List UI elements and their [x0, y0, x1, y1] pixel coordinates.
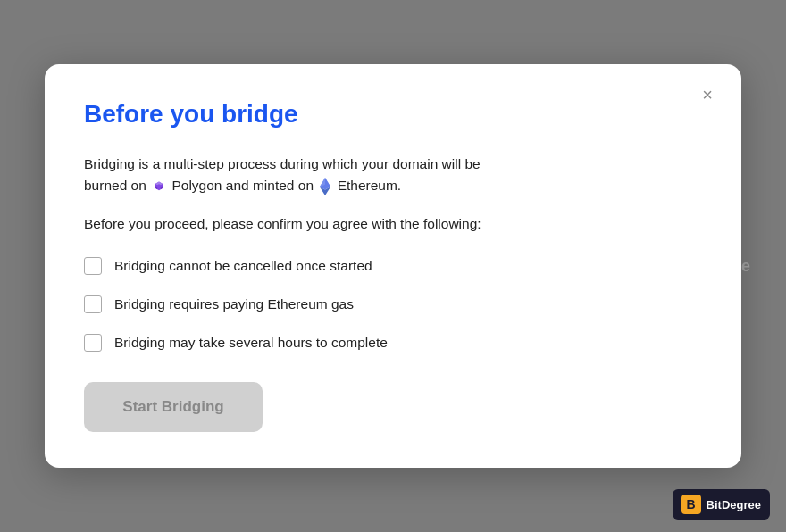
modal-dialog: × Before you bridge Bridging is a multi-…: [45, 64, 741, 469]
intro-end: .: [397, 178, 401, 193]
intro-mid: and minted on: [226, 178, 314, 193]
modal-title: Before you bridge: [84, 100, 702, 129]
checkbox-item-2: Bridging requires paying Ethereum gas: [84, 294, 702, 316]
checkbox-label-3[interactable]: Bridging may take several hours to compl…: [114, 332, 388, 354]
intro-polygon-text: Polygon: [171, 178, 222, 193]
overlay: Ethe × Before you bridge Bridging is a m…: [0, 0, 786, 532]
checkbox-item-1: Bridging cannot be cancelled once starte…: [84, 255, 702, 278]
close-button[interactable]: ×: [695, 82, 720, 107]
checkbox-hours[interactable]: [84, 334, 102, 352]
checkbox-cancel[interactable]: [84, 257, 102, 275]
ethereum-icon: [319, 178, 331, 195]
checkbox-item-3: Bridging may take several hours to compl…: [84, 332, 702, 354]
checkbox-label-1[interactable]: Bridging cannot be cancelled once starte…: [114, 255, 372, 278]
bitdegree-badge: B BitDegree: [673, 489, 770, 520]
intro-text-line1: Bridging is a multi-step process during …: [84, 156, 481, 171]
polygon-icon: [152, 179, 166, 194]
intro-burned-pre: burned on: [84, 178, 146, 193]
badge-b-icon: B: [681, 495, 701, 514]
checkbox-list: Bridging cannot be cancelled once starte…: [84, 255, 702, 353]
checkbox-gas[interactable]: [84, 295, 102, 313]
confirm-paragraph: Before you proceed, please confirm you a…: [84, 213, 702, 236]
start-bridging-button[interactable]: Start Bridging: [84, 382, 263, 432]
intro-eth-text: Ethereum: [338, 178, 397, 193]
checkbox-label-2[interactable]: Bridging requires paying Ethereum gas: [114, 294, 354, 316]
intro-paragraph: Bridging is a multi-step process during …: [84, 154, 702, 198]
badge-brand-name: BitDegree: [707, 498, 761, 511]
modal-body: Bridging is a multi-step process during …: [84, 154, 702, 433]
